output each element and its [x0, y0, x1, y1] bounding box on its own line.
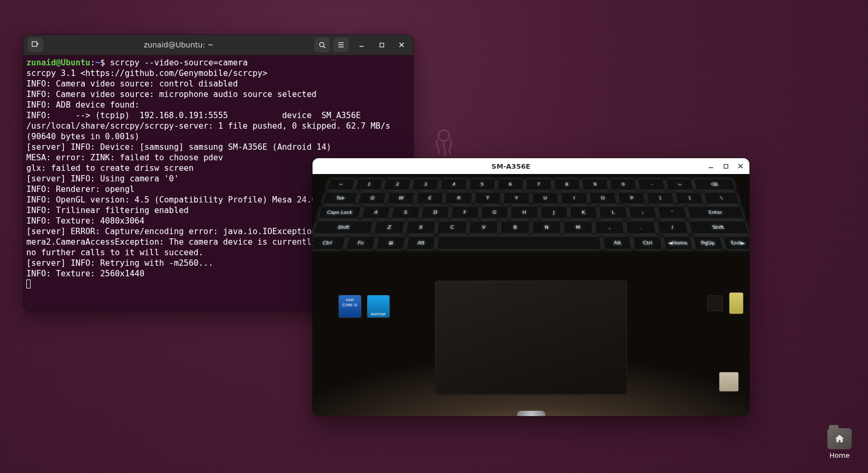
terminal-maximize-button[interactable] — [374, 37, 389, 52]
intel-sticker — [339, 295, 361, 317]
svg-rect-1 — [32, 42, 37, 46]
fingerprint-sensor — [707, 295, 723, 311]
cursor-icon — [26, 279, 31, 288]
camera-titlebar[interactable]: SM-A356E — [313, 158, 749, 174]
prompt-dollar: $ — [100, 58, 105, 67]
svg-point-0 — [438, 130, 450, 141]
svg-point-2 — [319, 42, 324, 46]
terminal-close-button[interactable] — [394, 37, 409, 52]
terminal-title: zunaid@Ubuntu: ~ — [46, 41, 311, 49]
new-tab-button[interactable] — [27, 37, 43, 52]
camera-close-button[interactable] — [734, 160, 747, 172]
camera-window[interactable]: SM-A356E ~1234567890-=⌫ TabQWERTYUIOP[]\… — [313, 158, 749, 416]
prompt-user: zunaid@Ubuntu — [26, 58, 90, 67]
terminal-minimize-button[interactable] — [354, 37, 369, 52]
laptop-hinge-foot — [517, 411, 545, 416]
terminal-menu-button[interactable] — [333, 37, 349, 52]
prompt-sep: : — [90, 58, 95, 67]
home-folder-icon[interactable]: Home — [823, 428, 856, 459]
terminal-command: scrcpy --video-source=camera — [110, 58, 248, 67]
prompt-path: ~ — [95, 58, 100, 67]
terminal-titlebar[interactable]: zunaid@Ubuntu: ~ — [23, 35, 413, 55]
laptop-touchpad — [435, 281, 627, 394]
pantone-sticker — [367, 295, 389, 317]
home-label: Home — [823, 451, 856, 459]
camera-minimize-button[interactable] — [704, 160, 718, 172]
folder-icon — [827, 428, 852, 449]
right-sticker-1 — [729, 293, 743, 314]
svg-rect-4 — [724, 164, 727, 168]
right-sticker-2 — [719, 372, 738, 391]
camera-laptop-image: ~1234567890-=⌫ TabQWERTYUIOP[]\ Caps Loc… — [313, 174, 749, 416]
camera-maximize-button[interactable] — [719, 160, 733, 172]
wallpaper-logo — [427, 127, 474, 158]
svg-rect-3 — [379, 43, 383, 46]
terminal-search-button[interactable] — [314, 37, 330, 52]
camera-video-feed: ~1234567890-=⌫ TabQWERTYUIOP[]\ Caps Loc… — [313, 174, 749, 416]
camera-window-title: SM-A356E — [319, 162, 703, 170]
laptop-keyboard: ~1234567890-=⌫ TabQWERTYUIOP[]\ Caps Loc… — [313, 179, 749, 253]
